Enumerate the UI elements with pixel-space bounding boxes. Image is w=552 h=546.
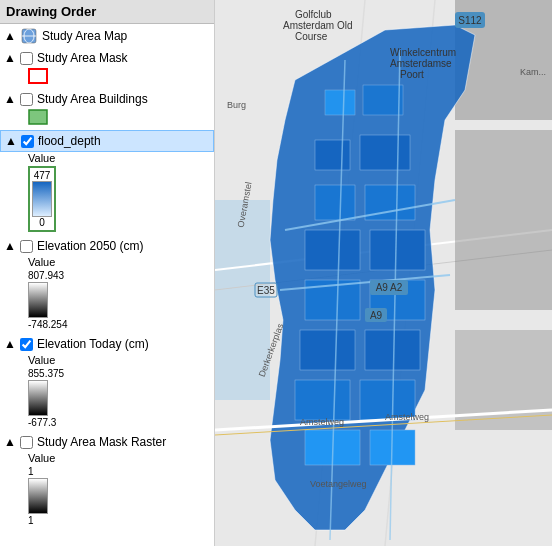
buildings-legend <box>0 109 214 130</box>
layer-checkbox[interactable] <box>20 338 33 351</box>
map-label-golfclub: Golfclub <box>295 9 332 20</box>
layer-elevation-today[interactable]: ▲ Elevation Today (cm) <box>0 334 214 354</box>
value-title: Value <box>28 256 214 268</box>
layer-elevation-2050[interactable]: ▲ Elevation 2050 (cm) <box>0 236 214 256</box>
min-value: -748.254 <box>28 319 214 330</box>
layer-label: Elevation 2050 (cm) <box>37 239 144 253</box>
map-area[interactable]: Golfclub Amsterdam Old Course Winkelcent… <box>215 0 552 546</box>
layer-checkbox[interactable] <box>21 135 34 148</box>
elevation-2050-legend: Value 807.943 -748.254 <box>0 256 214 334</box>
map-label-amstelweg-1: Amstelweg <box>300 417 344 427</box>
map-label-e35: E35 <box>257 285 275 296</box>
layer-label: Study Area Buildings <box>37 92 148 106</box>
svg-rect-22 <box>370 230 425 270</box>
layer-study-area-mask[interactable]: ▲ Study Area Mask <box>0 48 214 68</box>
max-value: 807.943 <box>28 270 214 281</box>
map-label-amsterdamse: Amsterdamse <box>390 58 452 69</box>
map-label-amstelweg-2: Amstelweg <box>385 412 429 422</box>
layer-flood-depth[interactable]: ▲ flood_depth <box>0 130 214 152</box>
svg-rect-16 <box>363 85 403 115</box>
layer-checkbox[interactable] <box>20 93 33 106</box>
value-title: Value <box>28 452 214 464</box>
value-title: Value <box>28 354 214 366</box>
expand-arrow: ▲ <box>4 51 16 65</box>
expand-arrow: ▲ <box>4 92 16 106</box>
map-label-kamp: Kam... <box>520 67 546 77</box>
value-title: Value <box>28 152 214 164</box>
svg-rect-19 <box>315 185 355 220</box>
map-label-a9a2: A9 A2 <box>376 282 403 293</box>
max-value: 477 <box>34 170 51 181</box>
svg-rect-25 <box>300 330 355 370</box>
layer-label: flood_depth <box>38 134 101 148</box>
min-value: -677.3 <box>28 417 214 428</box>
svg-rect-3 <box>29 69 47 83</box>
map-label-amsterdam-old: Amsterdam Old <box>283 20 352 31</box>
layer-label: Study Area Mask <box>37 51 128 65</box>
map-label-burg: Burg <box>227 100 246 110</box>
map-label-course: Course <box>295 31 328 42</box>
svg-rect-18 <box>360 135 410 170</box>
layer-checkbox[interactable] <box>20 240 33 253</box>
map-label-a9: A9 <box>370 310 383 321</box>
mask-legend <box>0 68 214 89</box>
layer-checkbox[interactable] <box>20 52 33 65</box>
layer-label: Study Area Map <box>42 29 127 43</box>
layer-study-area-buildings[interactable]: ▲ Study Area Buildings <box>0 89 214 109</box>
flood-depth-legend: Value 477 0 <box>0 152 214 236</box>
layers-panel: Drawing Order ▲ Study Area Map ▲ Study A… <box>0 0 215 546</box>
map-label-voetangelweg: Voetangelweg <box>310 479 367 489</box>
max-value: 1 <box>28 466 214 477</box>
globe-icon <box>20 27 38 45</box>
expand-arrow: ▲ <box>5 134 17 148</box>
elevation-today-legend: Value 855.375 -677.3 <box>0 354 214 432</box>
mask-raster-legend: Value 1 1 <box>0 452 214 530</box>
svg-rect-4 <box>29 110 47 124</box>
svg-rect-17 <box>315 140 350 170</box>
max-value: 855.375 <box>28 368 214 379</box>
expand-arrow: ▲ <box>4 337 16 351</box>
svg-rect-26 <box>365 330 420 370</box>
panel-header: Drawing Order <box>0 0 214 24</box>
expand-arrow: ▲ <box>4 435 16 449</box>
layer-checkbox[interactable] <box>20 436 33 449</box>
expand-arrow: ▲ <box>4 239 16 253</box>
layer-label: Study Area Mask Raster <box>37 435 166 449</box>
layer-label: Elevation Today (cm) <box>37 337 149 351</box>
layer-study-area-map[interactable]: ▲ Study Area Map <box>0 24 214 48</box>
svg-rect-12 <box>455 130 552 310</box>
map-label-poort: Poort <box>400 69 424 80</box>
min-value: 0 <box>39 217 45 228</box>
svg-rect-27 <box>295 380 350 420</box>
map-label-s112: S112 <box>458 15 482 26</box>
svg-rect-21 <box>305 230 360 270</box>
expand-arrow: ▲ <box>4 29 16 43</box>
svg-rect-15 <box>325 90 355 115</box>
min-value: 1 <box>28 515 214 526</box>
layer-mask-raster[interactable]: ▲ Study Area Mask Raster <box>0 432 214 452</box>
map-label-winkelcentrum: Winkelcentrum <box>390 47 456 58</box>
